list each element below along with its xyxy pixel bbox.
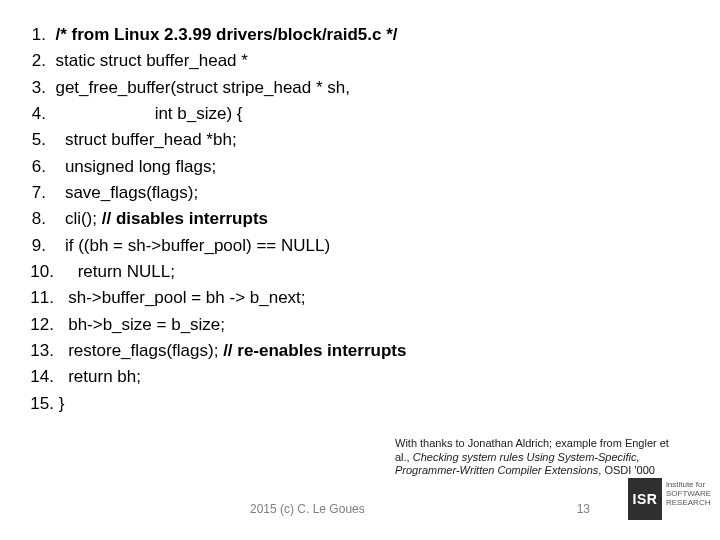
code-segment: return	[68, 367, 117, 386]
code-line: 2. static struct buffer_head *	[18, 48, 578, 74]
code-line: 8. cli(); // disables interrupts	[18, 206, 578, 232]
line-number: 8.	[18, 206, 46, 232]
code-line: 13. restore_flags(flags); // re-enables …	[18, 338, 578, 364]
copyright-text: 2015 (c) C. Le Goues	[250, 502, 365, 516]
code-segment: get_free_buffer(struct stripe_head * sh,	[55, 78, 350, 97]
code-segment: if	[65, 236, 78, 255]
code-segment: ((bh = sh->buffer_pool) == NULL)	[78, 236, 330, 255]
code-segment: static struct buffer_head *	[55, 51, 247, 70]
code-line: 4. int b_size) {	[18, 101, 578, 127]
line-number: 14.	[18, 364, 54, 390]
code-line: 11. sh->buffer_pool = bh -> b_next;	[18, 285, 578, 311]
code-line: 10. return NULL;	[18, 259, 578, 285]
code-segment: // re-enables interrupts	[223, 341, 406, 360]
slide-footer: 2015 (c) C. Le Goues 13 ISR institute fo…	[0, 482, 720, 522]
code-segment: int b_size) {	[155, 104, 243, 123]
code-segment: cli();	[65, 209, 102, 228]
line-number: 12.	[18, 312, 54, 338]
code-segment: bh;	[117, 367, 141, 386]
isr-logo-badge: ISR	[628, 478, 662, 520]
code-line: 14. return bh;	[18, 364, 578, 390]
code-line: 15. }	[18, 391, 578, 417]
page-number: 13	[577, 502, 590, 516]
code-segment: return	[78, 262, 127, 281]
code-segment: // disables interrupts	[102, 209, 268, 228]
code-segment: /* from Linux 2.3.99 drivers/block/raid5…	[55, 25, 397, 44]
code-segment: sh->buffer_pool = bh -> b_next;	[68, 288, 305, 307]
attribution-suffix: , OSDI '000	[598, 464, 655, 476]
line-number: 3.	[18, 75, 46, 101]
code-line: 9. if ((bh = sh->buffer_pool) == NULL)	[18, 233, 578, 259]
line-number: 9.	[18, 233, 46, 259]
line-number: 1.	[18, 22, 46, 48]
code-line: 3. get_free_buffer(struct stripe_head * …	[18, 75, 578, 101]
code-line: 12. bh->b_size = b_size;	[18, 312, 578, 338]
line-number: 4.	[18, 101, 46, 127]
line-number: 10.	[18, 259, 54, 285]
code-segment: restore_flags(flags);	[68, 341, 223, 360]
line-number: 2.	[18, 48, 46, 74]
code-segment: struct buffer_head *bh;	[65, 130, 237, 149]
code-segment: }	[59, 394, 65, 413]
code-line: 1. /* from Linux 2.3.99 drivers/block/ra…	[18, 22, 578, 48]
code-line: 6. unsigned long flags;	[18, 154, 578, 180]
isr-logo-text: institute for SOFTWARE RESEARCH	[666, 480, 711, 508]
line-number: 7.	[18, 180, 46, 206]
line-number: 6.	[18, 154, 46, 180]
code-segment: unsigned long flags;	[65, 157, 216, 176]
line-number: 15.	[18, 391, 54, 417]
code-segment: save_flags(flags);	[65, 183, 198, 202]
line-number: 5.	[18, 127, 46, 153]
code-line: 5. struct buffer_head *bh;	[18, 127, 578, 153]
isr-logo: ISR institute for SOFTWARE RESEARCH	[628, 478, 706, 520]
code-line: 7. save_flags(flags);	[18, 180, 578, 206]
line-number: 13.	[18, 338, 54, 364]
code-listing: 1. /* from Linux 2.3.99 drivers/block/ra…	[18, 22, 578, 417]
code-segment: bh->b_size = b_size;	[68, 315, 225, 334]
line-number: 11.	[18, 285, 54, 311]
code-segment: NULL;	[127, 262, 175, 281]
attribution-note: With thanks to Jonathan Aldrich; example…	[395, 437, 675, 478]
